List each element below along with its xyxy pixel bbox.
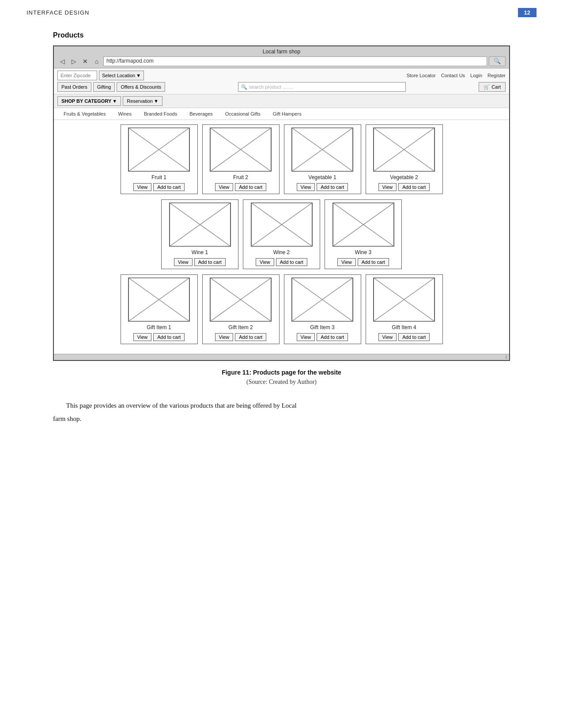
product-card-wine3: Wine 3 View Add to cart: [325, 199, 402, 269]
login-link[interactable]: Login: [470, 73, 482, 78]
view-button-wine1[interactable]: View: [174, 258, 193, 266]
add-to-cart-button-wine2[interactable]: Add to cart: [276, 258, 307, 266]
offers-button[interactable]: Offers & Discounts: [117, 82, 165, 92]
product-name-wine1: Wine 1: [192, 249, 208, 255]
site-header-row1: Select Location ▼ Store Locator Contact …: [57, 71, 506, 80]
tab-gift-hampers[interactable]: Gift Hampers: [267, 110, 308, 118]
past-orders-button[interactable]: Past Orders: [57, 82, 91, 92]
product-image-veg1: [291, 128, 353, 172]
close-button[interactable]: ✕: [80, 56, 90, 66]
reservation-button[interactable]: Reservation ▼: [123, 96, 162, 106]
product-card-veg2: Vegetable 2 View Add to cart: [366, 124, 443, 194]
home-button[interactable]: ⌂: [92, 56, 102, 66]
product-actions-veg2: View Add to cart: [378, 183, 430, 191]
figure-caption: Figure 11: Products page for the website: [0, 369, 563, 376]
product-row-3: Gift Item 1 View Add to cart Gift Item 2: [57, 274, 506, 344]
add-to-cart-button-fruit2[interactable]: Add to cart: [235, 183, 266, 191]
product-image-gift1: [128, 278, 190, 322]
zipcode-input[interactable]: [57, 71, 97, 80]
add-to-cart-button-gift1[interactable]: Add to cart: [153, 333, 185, 341]
product-row-1: Fruit 1 View Add to cart Fruit 2 Vi: [57, 124, 506, 194]
contact-us-link[interactable]: Contact Us: [441, 73, 465, 78]
product-image-gift4: [373, 278, 435, 322]
url-bar[interactable]: http://farmapod.com: [103, 56, 487, 66]
shop-category-label: SHOP BY CATEGORY: [61, 98, 111, 104]
view-button-gift1[interactable]: View: [133, 333, 152, 341]
browser-search-button[interactable]: 🔍: [489, 56, 506, 66]
browser-chrome: Local farm shop ◁ ▷ ✕ ⌂ http://farmapod.…: [54, 46, 509, 68]
header-right-links: Store Locator Contact Us Login Register: [407, 73, 506, 78]
add-to-cart-button-veg1[interactable]: Add to cart: [317, 183, 348, 191]
add-to-cart-button-gift3[interactable]: Add to cart: [317, 333, 348, 341]
view-button-fruit2[interactable]: View: [215, 183, 234, 191]
products-area: Fruit 1 View Add to cart Fruit 2 Vi: [54, 120, 509, 354]
body-text: This page provides an overview of the va…: [0, 394, 563, 430]
browser-mockup: Local farm shop ◁ ▷ ✕ ⌂ http://farmapod.…: [53, 45, 510, 361]
store-locator-link[interactable]: Store Locator: [407, 73, 436, 78]
product-actions-gift1: View Add to cart: [133, 333, 185, 341]
product-name-wine2: Wine 2: [273, 249, 290, 255]
register-link[interactable]: Register: [487, 73, 506, 78]
product-actions-gift3: View Add to cart: [297, 333, 348, 341]
product-card-gift2: Gift Item 2 View Add to cart: [202, 274, 280, 344]
tab-occasional-gifts[interactable]: Occasional Gifts: [219, 110, 267, 118]
view-button-fruit1[interactable]: View: [133, 183, 152, 191]
search-icon: 🔍: [241, 84, 247, 90]
add-to-cart-button-wine1[interactable]: Add to cart: [194, 258, 226, 266]
search-bar[interactable]: 🔍 search product ........: [238, 82, 406, 92]
tab-wines[interactable]: Wines: [112, 110, 138, 118]
product-name-gift2: Gift Item 2: [228, 324, 253, 330]
add-to-cart-button-gift2[interactable]: Add to cart: [235, 333, 266, 341]
view-button-wine2[interactable]: View: [256, 258, 274, 266]
product-name-fruit1: Fruit 1: [151, 174, 166, 180]
header-left: Select Location ▼: [57, 71, 144, 80]
dropdown-icon: ▼: [112, 98, 117, 104]
figure-source: (Source: Created by Author): [0, 379, 563, 386]
cart-label: Cart: [491, 84, 501, 90]
section-heading: Products: [0, 22, 563, 45]
cart-icon: 🛒: [484, 84, 490, 90]
product-image-veg2: [373, 128, 435, 172]
page-header: INTERFACE DESIGN 12: [0, 0, 563, 22]
product-card-wine1: Wine 1 View Add to cart: [161, 199, 238, 269]
site-header-row2: Past Orders Gifting Offers & Discounts 🔍…: [57, 82, 506, 92]
category-tabs: Fruits & Vegetables Wines Branded Foods …: [54, 108, 509, 120]
gifting-button[interactable]: Gifting: [93, 82, 115, 92]
tab-branded-foods[interactable]: Branded Foods: [138, 110, 183, 118]
product-card-wine2: Wine 2 View Add to cart: [243, 199, 320, 269]
product-actions-wine2: View Add to cart: [256, 258, 307, 266]
page-number: 12: [518, 8, 537, 17]
product-card-gift1: Gift Item 1 View Add to cart: [121, 274, 198, 344]
add-to-cart-button-fruit1[interactable]: Add to cart: [153, 183, 185, 191]
product-name-veg1: Vegetable 1: [308, 174, 336, 180]
tab-beverages[interactable]: Beverages: [183, 110, 219, 118]
product-actions-gift2: View Add to cart: [215, 333, 267, 341]
search-placeholder: search product ........: [249, 84, 293, 90]
product-card-gift3: Gift Item 3 View Add to cart: [284, 274, 361, 344]
browser-nav-bar: ◁ ▷ ✕ ⌂ http://farmapod.com 🔍: [57, 56, 506, 66]
product-actions-wine3: View Add to cart: [337, 258, 389, 266]
select-location-button[interactable]: Select Location ▼: [99, 71, 144, 80]
product-image-wine1: [169, 203, 231, 247]
add-to-cart-button-wine3[interactable]: Add to cart: [358, 258, 389, 266]
add-to-cart-button-veg2[interactable]: Add to cart: [398, 183, 430, 191]
back-button[interactable]: ◁: [57, 56, 67, 66]
cart-button[interactable]: 🛒 Cart: [479, 82, 506, 92]
product-card-fruit2: Fruit 2 View Add to cart: [202, 124, 280, 194]
view-button-wine3[interactable]: View: [337, 258, 356, 266]
statusbar-icon: ⌇: [505, 355, 507, 360]
view-button-gift4[interactable]: View: [378, 333, 397, 341]
product-name-fruit2: Fruit 2: [233, 174, 248, 180]
site-header: Select Location ▼ Store Locator Contact …: [54, 68, 509, 94]
shop-by-category-button[interactable]: SHOP BY CATEGORY ▼: [57, 96, 121, 106]
view-button-veg1[interactable]: View: [297, 183, 315, 191]
add-to-cart-button-gift4[interactable]: Add to cart: [398, 333, 430, 341]
view-button-gift2[interactable]: View: [215, 333, 234, 341]
document-title: INTERFACE DESIGN: [26, 9, 89, 16]
product-actions-fruit1: View Add to cart: [133, 183, 185, 191]
forward-button[interactable]: ▷: [69, 56, 79, 66]
tab-fruits-vegetables[interactable]: Fruits & Vegetables: [57, 110, 112, 118]
search-icon: 🔍: [494, 58, 501, 65]
view-button-gift3[interactable]: View: [297, 333, 315, 341]
view-button-veg2[interactable]: View: [378, 183, 397, 191]
